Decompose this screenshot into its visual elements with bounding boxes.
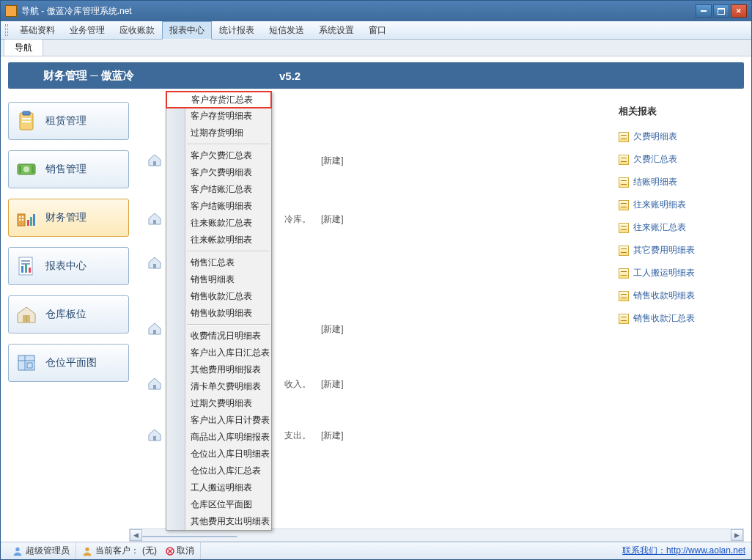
report-file-icon (619, 246, 629, 256)
nav-label: 仓库板位 (45, 308, 86, 321)
dropdown-item[interactable]: 销售汇总表 (166, 254, 271, 271)
dropdown-item[interactable]: 往来账款汇总表 (166, 215, 271, 232)
hint-new-tag[interactable]: [新建] (321, 155, 344, 167)
related-label: 其它费用明细表 (633, 244, 695, 257)
dropdown-item[interactable]: 往来帐款明细表 (166, 232, 271, 248)
blueprint-icon (15, 351, 38, 375)
dropdown-item[interactable]: 商品出入库明细报表 (166, 429, 271, 446)
menu-2[interactable]: 应收账款 (112, 21, 162, 40)
svg-rect-10 (22, 216, 23, 218)
status-user-section: 超级管理员 (7, 542, 76, 559)
related-label: 销售收款明细表 (633, 290, 695, 302)
related-report-item[interactable]: 销售收款汇总表 (616, 307, 744, 330)
building-chart-icon (15, 206, 38, 229)
contact-url[interactable]: http://www.aolan.net (666, 545, 745, 556)
dropdown-item[interactable]: 清卡单欠费明细表 (166, 378, 271, 395)
dropdown-item[interactable]: 仓位出入库汇总表 (166, 463, 271, 479)
home-icon (147, 152, 163, 168)
nav-building-chart[interactable]: 财务管理 (8, 199, 129, 237)
related-label: 销售收款汇总表 (633, 312, 695, 325)
nav-money[interactable]: 销售管理 (8, 150, 129, 188)
related-report-item[interactable]: 欠费明细表 (616, 125, 744, 148)
svg-rect-13 (27, 220, 29, 226)
dropdown-item[interactable]: 客户存货汇总表 (166, 91, 272, 108)
related-report-item[interactable]: 销售收款明细表 (616, 284, 744, 307)
svg-rect-11 (19, 219, 21, 221)
dropdown-item[interactable]: 过期存货明细 (166, 125, 271, 141)
report-file-icon (619, 268, 629, 279)
svg-rect-17 (21, 260, 30, 262)
dropdown-item[interactable]: 客户出入库日计费表 (166, 412, 271, 429)
contact-link[interactable]: 联系我们：http://www.aolan.net (622, 545, 745, 557)
menu-3[interactable]: 报表中心 (162, 21, 212, 40)
dropdown-item[interactable]: 客户结账明细表 (166, 198, 271, 215)
status-customer-section: 当前客户： (无) 取消 (76, 542, 201, 559)
dropdown-item[interactable]: 工人搬运明细表 (166, 479, 271, 496)
dropdown-item[interactable]: 销售收款明细表 (166, 305, 271, 322)
dropdown-item[interactable]: 过期欠费明细表 (166, 395, 271, 412)
hint-new-tag[interactable]: [新建] (321, 213, 344, 226)
nav-clipboard[interactable]: 租赁管理 (8, 102, 129, 140)
contact-label: 联系我们： (622, 545, 666, 556)
nav-label: 财务管理 (45, 211, 86, 224)
menu-5[interactable]: 短信发送 (262, 21, 312, 40)
cancel-customer-button[interactable]: 取消 (166, 545, 194, 557)
related-reports-panel: 相关报表 欠费明细表欠费汇总表结账明细表往来账明细表往来账汇总表其它费用明细表工… (616, 100, 744, 542)
menu-1[interactable]: 业务管理 (62, 21, 112, 40)
menu-6[interactable]: 系统设置 (312, 21, 361, 40)
maximize-button[interactable] (713, 4, 729, 18)
svg-rect-6 (19, 166, 21, 173)
dropdown-item[interactable]: 客户欠费汇总表 (166, 147, 271, 164)
dropdown-item[interactable]: 销售收款汇总表 (166, 288, 271, 305)
related-report-item[interactable]: 其它费用明细表 (616, 239, 744, 262)
report-file-icon (619, 200, 629, 210)
banner-version: v5.2 (279, 70, 301, 82)
side-nav: 租赁管理销售管理财务管理报表中心仓库板位仓位平面图 (8, 102, 129, 542)
dropdown-item[interactable]: 收费情况日明细表 (166, 328, 271, 345)
dropdown-item[interactable]: 客户结账汇总表 (166, 181, 271, 198)
nav-blueprint[interactable]: 仓位平面图 (8, 344, 129, 382)
menu-4[interactable]: 统计报表 (212, 21, 262, 40)
dropdown-item[interactable]: 客户欠费明细表 (166, 164, 271, 181)
dropdown-item[interactable]: 其他费用支出明细表 (166, 513, 271, 530)
client-area: 财务管理 ─ 傲蓝冷 v5.2 租赁管理销售管理财务管理报表中心仓库板位仓位平面… (1, 56, 751, 542)
scroll-left-button[interactable]: ◀ (130, 529, 142, 541)
hint-new-tag[interactable]: [新建] (321, 378, 344, 391)
related-report-item[interactable]: 往来账明细表 (616, 194, 744, 216)
svg-rect-21 (29, 268, 31, 273)
report-file-icon (619, 314, 629, 324)
related-reports-title: 相关报表 (616, 100, 744, 125)
titlebar: 导航 - 傲蓝冷库管理系统.net (1, 1, 751, 21)
nav-warehouse[interactable]: 仓库板位 (8, 295, 129, 334)
app-icon (5, 5, 17, 17)
dropdown-item[interactable]: 其他费用明细报表 (166, 361, 271, 378)
cancel-icon (166, 547, 174, 556)
minimize-button[interactable] (696, 4, 712, 18)
report-center-dropdown: 客户存货汇总表客户存货明细表过期存货明细客户欠费汇总表客户欠费明细表客户结账汇总… (166, 91, 272, 531)
svg-rect-33 (153, 436, 156, 441)
svg-rect-31 (153, 330, 156, 334)
related-report-item[interactable]: 欠费汇总表 (616, 148, 744, 171)
scroll-thumb[interactable] (142, 536, 237, 537)
tab-navigation[interactable]: 导航 (4, 39, 43, 56)
svg-rect-12 (22, 219, 23, 221)
hint-new-tag[interactable]: [新建] (321, 323, 344, 336)
menu-7[interactable]: 窗口 (361, 21, 394, 40)
related-label: 欠费汇总表 (633, 153, 677, 166)
svg-point-35 (85, 547, 89, 550)
related-report-item[interactable]: 工人搬运明细表 (616, 262, 744, 284)
related-report-item[interactable]: 结账明细表 (616, 171, 744, 194)
related-label: 欠费明细表 (633, 130, 677, 143)
dropdown-item[interactable]: 客户出入库日汇总表 (166, 345, 271, 361)
svg-rect-9 (19, 216, 21, 218)
close-button[interactable] (731, 4, 747, 18)
dropdown-item[interactable]: 客户存货明细表 (166, 108, 271, 125)
menu-0[interactable]: 基础资料 (12, 21, 62, 40)
hint-new-tag[interactable]: [新建] (321, 430, 344, 442)
dropdown-item[interactable]: 仓库区位平面图 (166, 496, 271, 513)
related-report-item[interactable]: 往来账汇总表 (616, 216, 744, 239)
dropdown-item[interactable]: 仓位出入库日明细表 (166, 446, 271, 463)
report-file-icon (619, 155, 629, 165)
nav-report[interactable]: 报表中心 (8, 247, 129, 285)
dropdown-item[interactable]: 销售明细表 (166, 271, 271, 288)
